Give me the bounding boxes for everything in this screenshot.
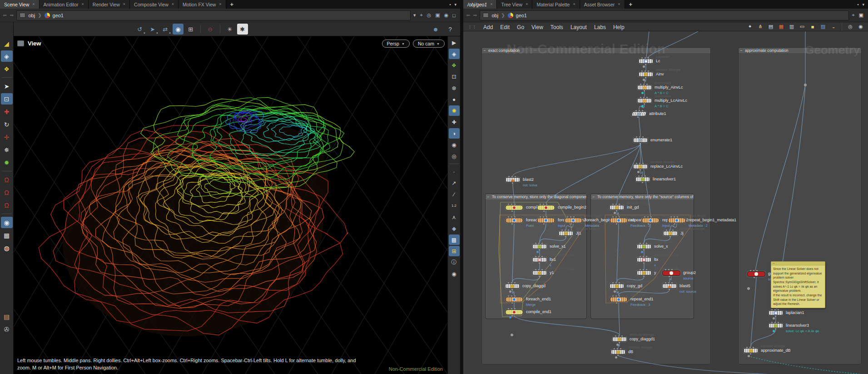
- tab-asset-browser[interactable]: Asset Browser×: [580, 0, 625, 9]
- menu-help[interactable]: Help: [610, 24, 628, 31]
- node-y1[interactable]: Attribute Wrangley1: [532, 270, 547, 275]
- movie-reel-icon[interactable]: ✇: [1, 324, 13, 335]
- tab-scene-view[interactable]: Scene View×: [0, 0, 40, 9]
- takes-icon[interactable]: ▤: [1, 311, 13, 322]
- node-body[interactable]: [639, 59, 653, 64]
- wire-junction-dot[interactable]: [804, 84, 807, 86]
- rotate-tool-icon[interactable]: ↻: [1, 119, 13, 130]
- node-body[interactable]: [637, 85, 652, 90]
- add-light-icon[interactable]: ✚: [449, 117, 460, 127]
- panel-icon[interactable]: □: [452, 13, 456, 18]
- headlight-icon[interactable]: ✺: [449, 105, 460, 116]
- render-region-icon[interactable]: ▩: [1, 229, 13, 241]
- node-compile_begin2[interactable]: compile_begin2: [537, 205, 555, 210]
- tab-close-icon[interactable]: ×: [573, 2, 575, 6]
- node-approx_db[interactable]: Attribute Wrangleapproximate_dB: [744, 348, 758, 353]
- node-repeat_begin1[interactable]: Block Beginrepeat_begin1Feedback : 2: [610, 218, 628, 223]
- network-canvas[interactable]: exact computationTo conserve memory, sto…: [463, 31, 868, 374]
- node-body[interactable]: [610, 218, 628, 223]
- node-enumerate1[interactable]: enumerate1: [633, 138, 648, 143]
- lock-camera-icon[interactable]: ⊡: [449, 71, 460, 82]
- list-view-icon[interactable]: ▤: [766, 23, 775, 30]
- node-body[interactable]: [747, 271, 765, 277]
- tab--obj-geo1[interactable]: /obj/geo1×: [463, 0, 497, 9]
- visualizer2-eye-icon[interactable]: ◎: [449, 151, 460, 161]
- pane-menu-icon[interactable]: ▾: [862, 2, 864, 7]
- point-numbers-icon[interactable]: 1.2: [449, 200, 460, 211]
- grid-display-icon[interactable]: ⊞: [449, 246, 460, 256]
- tab-close-icon[interactable]: ×: [618, 2, 620, 6]
- node-body[interactable]: [532, 244, 547, 249]
- material-shade-icon[interactable]: ◑: [449, 128, 460, 139]
- node-ltx[interactable]: Attribute Promoteltxx: [637, 257, 651, 262]
- node-blast5[interactable]: blast5not: source: [662, 284, 677, 289]
- node-body[interactable]: [633, 138, 648, 143]
- pane-maximize-icon[interactable]: ▪: [449, 2, 451, 7]
- node-body[interactable]: [769, 310, 783, 315]
- node-body[interactable]: [532, 257, 547, 262]
- bucket-icon[interactable]: ◒: [829, 23, 838, 30]
- snapshot-eye-icon[interactable]: ◉: [449, 269, 460, 279]
- back-arrow-icon[interactable]: ⬅: [3, 13, 7, 18]
- node-body[interactable]: [637, 98, 652, 103]
- node-body[interactable]: [505, 309, 523, 315]
- node-blast2[interactable]: blast2not: solve: [506, 177, 520, 182]
- normal-lights-icon[interactable]: ●: [449, 94, 460, 105]
- panel-icon[interactable]: ▣: [859, 12, 863, 18]
- node-body[interactable]: [668, 218, 686, 223]
- node-linearsolver1[interactable]: linearsolver1: [635, 177, 650, 182]
- normals-icon[interactable]: ⋏: [449, 212, 460, 222]
- viewport-3d-canvas[interactable]: [14, 36, 447, 374]
- tab-composite-view[interactable]: Composite View×: [130, 0, 179, 9]
- node-body[interactable]: [611, 349, 625, 354]
- view-tumble-icon[interactable]: ↺▾: [134, 24, 145, 35]
- node-attribute1[interactable]: attribute1: [632, 111, 646, 116]
- node-foreach_begin2[interactable]: Block Beginforeach_begin2Input: [537, 218, 555, 223]
- new-tab-button[interactable]: +: [625, 0, 637, 9]
- flipbook-icon[interactable]: ◍: [1, 242, 13, 254]
- breadcrumb-root[interactable]: obj: [28, 13, 35, 18]
- tab-close-icon[interactable]: ×: [32, 2, 35, 6]
- sticky-note-icon[interactable]: ■: [808, 23, 817, 30]
- shade-mode-icon[interactable]: ◈: [449, 49, 460, 59]
- node-solve_x1[interactable]: Linear Solversolve_x1: [532, 244, 547, 249]
- node-laplacian1[interactable]: laplacian1: [769, 310, 783, 315]
- prim-marker-icon[interactable]: ◆: [449, 223, 460, 234]
- projection-button[interactable]: Persp ▼: [382, 40, 410, 48]
- character-icon[interactable]: ◉: [444, 12, 449, 18]
- node-body[interactable]: [631, 111, 647, 116]
- node-linearsolver3[interactable]: linearsolver3solve: Lc φk = A λk φk: [769, 323, 783, 328]
- tab-close-icon[interactable]: ×: [82, 2, 84, 6]
- node-body[interactable]: [505, 284, 520, 289]
- menu-add[interactable]: Add: [480, 24, 496, 31]
- wire-junction-dot[interactable]: [511, 334, 513, 336]
- pin-icon[interactable]: ⌖: [420, 12, 423, 18]
- group-select-icon[interactable]: ◉: [173, 24, 184, 35]
- node-body[interactable]: [610, 205, 624, 210]
- spider-snap-icon[interactable]: ✳: [224, 24, 235, 35]
- tree-structure-icon[interactable]: ⋔: [756, 23, 765, 30]
- handles-tool-icon[interactable]: ✚: [1, 106, 13, 117]
- radial-menu-icon[interactable]: ◎: [427, 12, 432, 18]
- breadcrumb-current[interactable]: geo1: [53, 13, 64, 18]
- tab-close-icon[interactable]: ×: [490, 2, 492, 6]
- node-replace[interactable]: Attribute Wranglereplace_LcAinvLc: [633, 164, 648, 169]
- wire-junction-dot[interactable]: [747, 287, 750, 290]
- node-foreach_begin1[interactable]: Block Beginforeach_begin1Point: [505, 218, 523, 223]
- node-body[interactable]: [635, 177, 650, 182]
- node-mul1[interactable]: Subnetworkmultiply_AinvLcA * B = C: [637, 85, 652, 90]
- node-body[interactable]: [505, 205, 523, 210]
- node-body[interactable]: [559, 231, 573, 236]
- color-palette-icon[interactable]: ▦: [777, 23, 786, 30]
- breadcrumb-root[interactable]: obj: [491, 13, 498, 18]
- path-breadcrumb[interactable]: obj❯geo1: [16, 10, 411, 20]
- snap-multi-icon[interactable]: Ω: [1, 174, 13, 185]
- new-tab-button[interactable]: +: [226, 0, 238, 9]
- secure-selection-icon[interactable]: ⊡: [1, 93, 13, 105]
- node-body[interactable]: [506, 177, 520, 182]
- node-lc[interactable]: LaplacianLc: [639, 59, 653, 64]
- node-group3[interactable]: group3source: [747, 271, 765, 277]
- node-body[interactable]: [637, 244, 651, 249]
- overview-eye-icon[interactable]: ◉: [856, 23, 865, 30]
- breadcrumb-current[interactable]: geo1: [516, 13, 527, 18]
